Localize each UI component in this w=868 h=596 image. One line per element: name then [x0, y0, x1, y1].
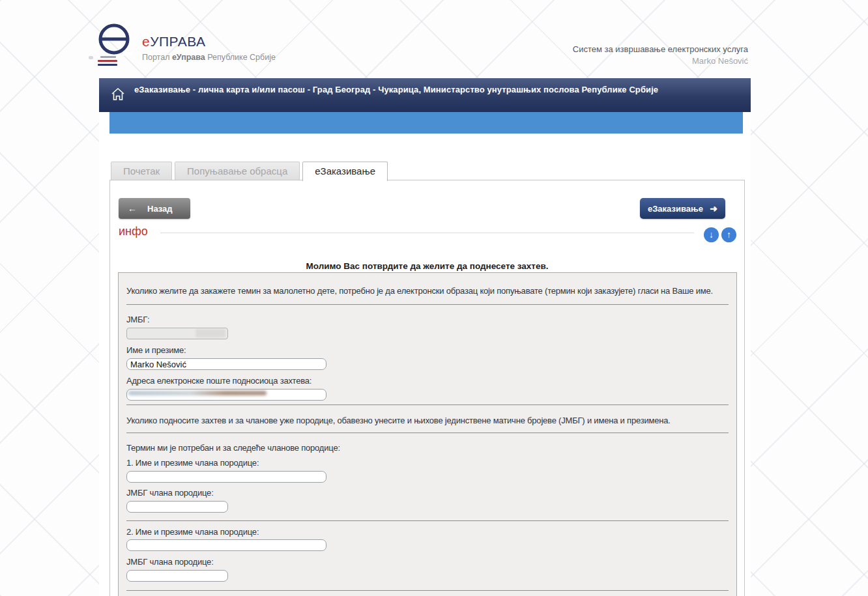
breadcrumb-bar: еЗаказивање - лична карта и/или пасош - … [99, 78, 751, 112]
back-button-label: Назад [147, 204, 173, 214]
home-icon[interactable] [111, 87, 125, 104]
ezakazivanje-forward-button[interactable]: еЗаказивање ➜ [640, 198, 725, 219]
page: еУПРАВА Портал еУправа Републике Србије … [0, 0, 868, 596]
forward-button-label: еЗаказивање [648, 204, 703, 214]
tab-pocetak[interactable]: Почетак [111, 162, 172, 180]
family-note-text: Уколико подносите захтев и за чланове уж… [126, 416, 729, 425]
request-form-panel: Уколико желите да закажете темин за мало… [118, 272, 737, 596]
jmbg-label: ЈМБГ: [126, 315, 150, 324]
family-member-2-jmbg-label: ЈМБГ члана породице: [126, 557, 214, 567]
email-input[interactable] [126, 389, 326, 401]
info-divider-line [160, 233, 694, 233]
euprava-e-icon [95, 22, 133, 66]
family-member-1-name-input[interactable] [126, 471, 326, 483]
tab-strip: Почетак Попуњавање обрасца еЗаказивање [111, 162, 388, 181]
family-member-1-jmbg-label: ЈМБГ члана породице: [126, 488, 214, 498]
family-member-1-jmbg-input[interactable] [126, 501, 228, 513]
divider [126, 404, 729, 405]
site-header: еУПРАВА Портал еУправа Републике Србије … [99, 0, 751, 78]
family-member-2-name-input[interactable] [126, 539, 326, 551]
divider [126, 520, 729, 521]
divider [126, 433, 729, 433]
tab-popunjavanje-obrasca[interactable]: Попуњавање обрасца [175, 162, 300, 180]
scroll-up-icon[interactable]: ↑ [721, 227, 736, 242]
main-panel: ← Назад еЗаказивање ➜ инфо ↓ ↑ Молимо Ва… [109, 180, 745, 596]
family-member-2-jmbg-input[interactable] [126, 570, 228, 582]
info-heading: инфо [119, 225, 148, 238]
forward-arrow-icon: ➜ [710, 203, 717, 214]
family-member-1-name-label: 1. Име и презиме члана породице: [126, 458, 259, 468]
logo-text: еУПРАВА Портал еУправа Републике Србије [142, 34, 276, 62]
family-member-2-name-label: 2. Име и презиме члана породице: [126, 527, 259, 537]
family-intro-text: Термин ми је потребан и за следеће члано… [126, 443, 729, 453]
full-name-input[interactable] [126, 358, 326, 370]
info-row: инфо ↓ ↑ [119, 225, 737, 242]
back-button[interactable]: ← Назад [119, 198, 190, 219]
section-accent-bar [109, 112, 743, 134]
back-arrow-icon: ← [128, 203, 137, 214]
logo-title: еУПРАВА [142, 34, 276, 50]
full-name-label: Име и презиме: [126, 345, 186, 355]
system-label: Систем за извршавање електронских услуга [573, 44, 748, 54]
breadcrumb-text: еЗаказивање - лична карта и/или пасош - … [134, 85, 695, 95]
logged-in-username: Marko Nešović [573, 56, 748, 66]
scroll-down-icon[interactable]: ↓ [704, 227, 719, 242]
email-label: Адреса електронске поште подносиоца захт… [126, 376, 311, 386]
logo-subtitle: Портал еУправа Републике Србије [142, 53, 276, 62]
jmbg-input[interactable] [126, 328, 228, 339]
divider [126, 304, 729, 305]
minor-note-text: Уколико желите да закажете темин за мало… [126, 286, 729, 296]
confirm-heading: Молимо Вас потврдите да желите да поднес… [110, 261, 744, 271]
divider [126, 590, 729, 591]
tab-ezakazivanje[interactable]: еЗаказивање [302, 162, 388, 181]
header-right: Систем за извршавање електронских услуга… [573, 44, 748, 66]
